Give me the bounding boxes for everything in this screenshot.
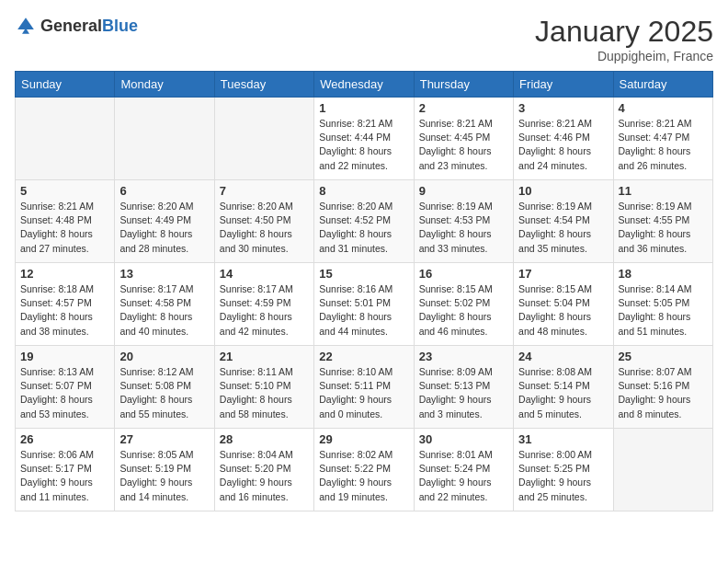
calendar-cell: 14Sunrise: 8:17 AM Sunset: 4:59 PM Dayli… <box>214 263 313 346</box>
day-info: Sunrise: 8:06 AM Sunset: 5:17 PM Dayligh… <box>20 448 109 504</box>
day-info: Sunrise: 8:05 AM Sunset: 5:19 PM Dayligh… <box>119 448 209 504</box>
day-number: 20 <box>119 350 209 363</box>
day-info: Sunrise: 8:01 AM Sunset: 5:24 PM Dayligh… <box>419 448 508 504</box>
calendar-cell: 23Sunrise: 8:09 AM Sunset: 5:13 PM Dayli… <box>414 346 513 429</box>
day-number: 1 <box>319 101 408 115</box>
week-row-4: 19Sunrise: 8:13 AM Sunset: 5:07 PM Dayli… <box>16 346 713 429</box>
day-number: 22 <box>319 350 408 363</box>
calendar-cell: 19Sunrise: 8:13 AM Sunset: 5:07 PM Dayli… <box>16 346 115 429</box>
calendar-cell <box>16 98 115 180</box>
day-info: Sunrise: 8:15 AM Sunset: 5:04 PM Dayligh… <box>518 282 608 339</box>
week-row-1: 1Sunrise: 8:21 AM Sunset: 4:44 PM Daylig… <box>16 98 713 180</box>
day-info: Sunrise: 8:15 AM Sunset: 5:02 PM Dayligh… <box>419 282 508 339</box>
day-number: 8 <box>319 184 408 198</box>
day-number: 14 <box>220 267 309 281</box>
header-row: SundayMondayTuesdayWednesdayThursdayFrid… <box>16 72 713 98</box>
day-info: Sunrise: 8:17 AM Sunset: 4:58 PM Dayligh… <box>119 282 209 339</box>
calendar-cell: 17Sunrise: 8:15 AM Sunset: 5:04 PM Dayli… <box>514 263 613 346</box>
logo-icon <box>15 15 37 37</box>
day-info: Sunrise: 8:20 AM Sunset: 4:52 PM Dayligh… <box>319 200 408 256</box>
day-number: 9 <box>419 184 508 198</box>
calendar-cell: 7Sunrise: 8:20 AM Sunset: 4:50 PM Daylig… <box>214 180 313 263</box>
day-number: 5 <box>20 184 109 198</box>
calendar-cell: 15Sunrise: 8:16 AM Sunset: 5:01 PM Dayli… <box>314 263 414 346</box>
col-header-monday: Monday <box>115 72 214 98</box>
day-number: 13 <box>119 267 209 281</box>
day-number: 4 <box>619 101 708 115</box>
day-info: Sunrise: 8:19 AM Sunset: 4:55 PM Dayligh… <box>619 200 708 256</box>
day-info: Sunrise: 8:17 AM Sunset: 4:59 PM Dayligh… <box>220 282 309 339</box>
day-info: Sunrise: 8:00 AM Sunset: 5:25 PM Dayligh… <box>518 448 608 504</box>
day-number: 27 <box>119 432 209 446</box>
day-number: 31 <box>518 432 608 446</box>
calendar-cell: 28Sunrise: 8:04 AM Sunset: 5:20 PM Dayli… <box>214 429 313 511</box>
day-info: Sunrise: 8:13 AM Sunset: 5:07 PM Dayligh… <box>20 365 109 421</box>
col-header-wednesday: Wednesday <box>314 72 414 98</box>
logo-blue: Blue <box>102 17 138 35</box>
calendar-cell: 5Sunrise: 8:21 AM Sunset: 4:48 PM Daylig… <box>16 180 115 263</box>
calendar-cell: 11Sunrise: 8:19 AM Sunset: 4:55 PM Dayli… <box>613 180 712 263</box>
day-info: Sunrise: 8:09 AM Sunset: 5:13 PM Dayligh… <box>419 365 508 421</box>
calendar-cell: 6Sunrise: 8:20 AM Sunset: 4:49 PM Daylig… <box>115 180 214 263</box>
day-info: Sunrise: 8:21 AM Sunset: 4:45 PM Dayligh… <box>419 117 508 173</box>
calendar-cell: 24Sunrise: 8:08 AM Sunset: 5:14 PM Dayli… <box>514 346 613 429</box>
calendar-cell: 25Sunrise: 8:07 AM Sunset: 5:16 PM Dayli… <box>613 346 712 429</box>
calendar-cell: 10Sunrise: 8:19 AM Sunset: 4:54 PM Dayli… <box>514 180 613 263</box>
calendar-cell: 30Sunrise: 8:01 AM Sunset: 5:24 PM Dayli… <box>414 429 513 511</box>
calendar-cell: 8Sunrise: 8:20 AM Sunset: 4:52 PM Daylig… <box>314 180 414 263</box>
day-number: 30 <box>419 432 508 446</box>
day-info: Sunrise: 8:19 AM Sunset: 4:54 PM Dayligh… <box>518 200 608 256</box>
day-info: Sunrise: 8:21 AM Sunset: 4:44 PM Dayligh… <box>319 117 408 173</box>
logo-text: GeneralBlue <box>40 17 138 36</box>
day-number: 10 <box>518 184 608 198</box>
day-number: 25 <box>619 350 708 363</box>
day-number: 11 <box>619 184 708 198</box>
week-row-3: 12Sunrise: 8:18 AM Sunset: 4:57 PM Dayli… <box>16 263 713 346</box>
calendar-cell: 31Sunrise: 8:00 AM Sunset: 5:25 PM Dayli… <box>514 429 613 511</box>
day-info: Sunrise: 8:04 AM Sunset: 5:20 PM Dayligh… <box>220 448 309 504</box>
calendar-cell: 9Sunrise: 8:19 AM Sunset: 4:53 PM Daylig… <box>414 180 513 263</box>
calendar-cell <box>613 429 712 511</box>
calendar-cell <box>115 98 214 180</box>
day-number: 29 <box>319 432 408 446</box>
day-number: 17 <box>518 267 608 281</box>
page-header: GeneralBlue January 2025 Duppigheim, Fra… <box>15 15 713 63</box>
day-number: 12 <box>20 267 109 281</box>
calendar-cell: 29Sunrise: 8:02 AM Sunset: 5:22 PM Dayli… <box>314 429 414 511</box>
day-number: 18 <box>619 267 708 281</box>
calendar-table: SundayMondayTuesdayWednesdayThursdayFrid… <box>15 71 713 511</box>
calendar-cell: 20Sunrise: 8:12 AM Sunset: 5:08 PM Dayli… <box>115 346 214 429</box>
day-info: Sunrise: 8:21 AM Sunset: 4:48 PM Dayligh… <box>20 200 109 256</box>
day-number: 6 <box>119 184 209 198</box>
day-number: 15 <box>319 267 408 281</box>
day-number: 21 <box>220 350 309 363</box>
calendar-cell: 21Sunrise: 8:11 AM Sunset: 5:10 PM Dayli… <box>214 346 313 429</box>
calendar-cell: 18Sunrise: 8:14 AM Sunset: 5:05 PM Dayli… <box>613 263 712 346</box>
day-number: 7 <box>220 184 309 198</box>
calendar-subtitle: Duppigheim, France <box>535 49 713 63</box>
title-block: January 2025 Duppigheim, France <box>535 15 713 63</box>
day-info: Sunrise: 8:20 AM Sunset: 4:49 PM Dayligh… <box>119 200 209 256</box>
day-info: Sunrise: 8:19 AM Sunset: 4:53 PM Dayligh… <box>419 200 508 256</box>
day-number: 3 <box>518 101 608 115</box>
day-info: Sunrise: 8:14 AM Sunset: 5:05 PM Dayligh… <box>619 282 708 339</box>
logo-general: General <box>40 17 102 35</box>
day-info: Sunrise: 8:18 AM Sunset: 4:57 PM Dayligh… <box>20 282 109 339</box>
col-header-friday: Friday <box>514 72 613 98</box>
day-number: 2 <box>419 101 508 115</box>
day-info: Sunrise: 8:21 AM Sunset: 4:46 PM Dayligh… <box>518 117 608 173</box>
day-info: Sunrise: 8:16 AM Sunset: 5:01 PM Dayligh… <box>319 282 408 339</box>
calendar-cell: 22Sunrise: 8:10 AM Sunset: 5:11 PM Dayli… <box>314 346 414 429</box>
day-info: Sunrise: 8:11 AM Sunset: 5:10 PM Dayligh… <box>220 365 309 421</box>
calendar-cell: 16Sunrise: 8:15 AM Sunset: 5:02 PM Dayli… <box>414 263 513 346</box>
day-info: Sunrise: 8:21 AM Sunset: 4:47 PM Dayligh… <box>619 117 708 173</box>
svg-marker-0 <box>17 17 34 29</box>
day-info: Sunrise: 8:12 AM Sunset: 5:08 PM Dayligh… <box>119 365 209 421</box>
day-number: 28 <box>220 432 309 446</box>
calendar-title: January 2025 <box>535 15 713 49</box>
day-info: Sunrise: 8:02 AM Sunset: 5:22 PM Dayligh… <box>319 448 408 504</box>
week-row-5: 26Sunrise: 8:06 AM Sunset: 5:17 PM Dayli… <box>16 429 713 511</box>
day-number: 19 <box>20 350 109 363</box>
col-header-sunday: Sunday <box>16 72 115 98</box>
calendar-header: SundayMondayTuesdayWednesdayThursdayFrid… <box>16 72 713 98</box>
